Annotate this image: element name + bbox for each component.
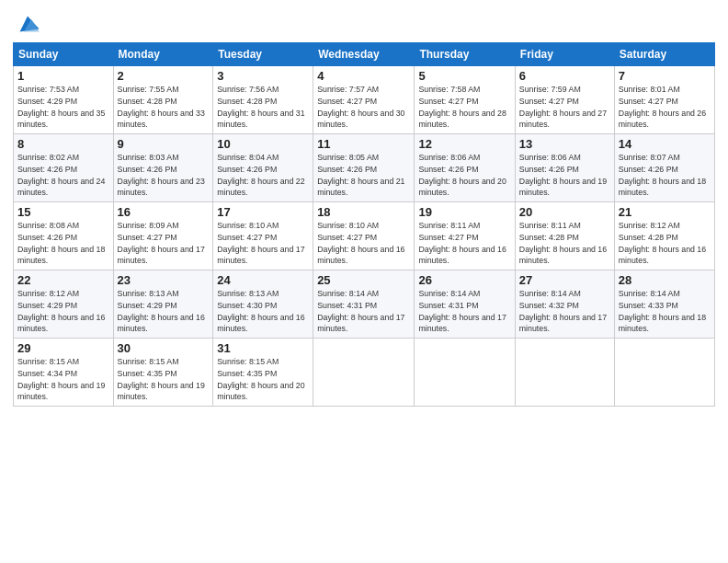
- calendar-cell: 13Sunrise: 8:06 AMSunset: 4:26 PMDayligh…: [515, 134, 614, 202]
- day-number: 7: [619, 69, 711, 83]
- day-info: Sunrise: 8:08 AMSunset: 4:26 PMDaylight:…: [17, 220, 109, 267]
- day-info: Sunrise: 8:14 AMSunset: 4:33 PMDaylight:…: [619, 288, 711, 335]
- calendar-cell: 9Sunrise: 8:03 AMSunset: 4:26 PMDaylight…: [113, 134, 213, 202]
- day-number: 9: [118, 137, 210, 151]
- calendar-cell: 27Sunrise: 8:14 AMSunset: 4:32 PMDayligh…: [515, 270, 614, 339]
- day-number: 21: [619, 205, 711, 219]
- day-number: 31: [217, 341, 309, 355]
- calendar-cell: 15Sunrise: 8:08 AMSunset: 4:26 PMDayligh…: [14, 202, 114, 270]
- day-number: 28: [619, 273, 711, 287]
- day-info: Sunrise: 8:02 AMSunset: 4:26 PMDaylight:…: [17, 152, 109, 199]
- day-number: 2: [118, 69, 210, 83]
- day-info: Sunrise: 7:57 AMSunset: 4:27 PMDaylight:…: [317, 84, 410, 131]
- day-number: 4: [317, 69, 410, 83]
- day-info: Sunrise: 8:14 AMSunset: 4:31 PMDaylight:…: [317, 288, 410, 335]
- calendar-cell: 25Sunrise: 8:14 AMSunset: 4:31 PMDayligh…: [313, 270, 415, 339]
- calendar-header-tuesday: Tuesday: [213, 43, 313, 66]
- day-info: Sunrise: 8:07 AMSunset: 4:26 PMDaylight:…: [619, 152, 711, 199]
- calendar-table: SundayMondayTuesdayWednesdayThursdayFrid…: [13, 42, 715, 407]
- day-number: 24: [217, 273, 309, 287]
- day-info: Sunrise: 8:14 AMSunset: 4:32 PMDaylight:…: [519, 288, 610, 335]
- day-info: Sunrise: 8:05 AMSunset: 4:26 PMDaylight:…: [317, 152, 410, 199]
- page-container: SundayMondayTuesdayWednesdayThursdayFrid…: [0, 0, 728, 412]
- day-info: Sunrise: 8:13 AMSunset: 4:30 PMDaylight:…: [217, 288, 309, 335]
- day-info: Sunrise: 8:01 AMSunset: 4:27 PMDaylight:…: [619, 84, 711, 131]
- day-info: Sunrise: 7:58 AMSunset: 4:27 PMDaylight:…: [418, 84, 510, 131]
- calendar-cell: 8Sunrise: 8:02 AMSunset: 4:26 PMDaylight…: [14, 134, 114, 202]
- day-number: 19: [418, 205, 510, 219]
- calendar-cell: 5Sunrise: 7:58 AMSunset: 4:27 PMDaylight…: [415, 66, 515, 134]
- day-info: Sunrise: 8:14 AMSunset: 4:31 PMDaylight:…: [418, 288, 510, 335]
- day-info: Sunrise: 8:12 AMSunset: 4:29 PMDaylight:…: [17, 288, 109, 335]
- day-number: 8: [17, 137, 109, 151]
- day-info: Sunrise: 8:11 AMSunset: 4:27 PMDaylight:…: [418, 220, 510, 267]
- calendar-cell: 4Sunrise: 7:57 AMSunset: 4:27 PMDaylight…: [313, 66, 415, 134]
- day-number: 23: [118, 273, 210, 287]
- day-number: 27: [519, 273, 610, 287]
- calendar-cell: 16Sunrise: 8:09 AMSunset: 4:27 PMDayligh…: [113, 202, 213, 270]
- day-number: 17: [217, 205, 309, 219]
- day-number: 22: [17, 273, 109, 287]
- day-info: Sunrise: 8:11 AMSunset: 4:28 PMDaylight:…: [519, 220, 610, 267]
- calendar-header-row: SundayMondayTuesdayWednesdayThursdayFrid…: [14, 43, 715, 66]
- calendar-cell: 24Sunrise: 8:13 AMSunset: 4:30 PMDayligh…: [213, 270, 313, 339]
- calendar-cell: 28Sunrise: 8:14 AMSunset: 4:33 PMDayligh…: [614, 270, 714, 339]
- calendar-cell: 20Sunrise: 8:11 AMSunset: 4:28 PMDayligh…: [515, 202, 614, 270]
- day-info: Sunrise: 8:15 AMSunset: 4:35 PMDaylight:…: [118, 356, 210, 403]
- day-info: Sunrise: 8:06 AMSunset: 4:26 PMDaylight:…: [519, 152, 610, 199]
- calendar-header-thursday: Thursday: [415, 43, 515, 66]
- day-number: 6: [519, 69, 610, 83]
- calendar-week-3: 15Sunrise: 8:08 AMSunset: 4:26 PMDayligh…: [14, 202, 715, 270]
- day-number: 18: [317, 205, 410, 219]
- calendar-cell: [614, 339, 714, 407]
- day-number: 3: [217, 69, 309, 83]
- day-number: 30: [118, 341, 210, 355]
- day-info: Sunrise: 8:09 AMSunset: 4:27 PMDaylight:…: [118, 220, 210, 267]
- calendar-cell: 17Sunrise: 8:10 AMSunset: 4:27 PMDayligh…: [213, 202, 313, 270]
- calendar-week-2: 8Sunrise: 8:02 AMSunset: 4:26 PMDaylight…: [14, 134, 715, 202]
- logo-icon: [15, 11, 40, 37]
- day-number: 10: [217, 137, 309, 151]
- calendar-header-sunday: Sunday: [14, 43, 114, 66]
- calendar-cell: 23Sunrise: 8:13 AMSunset: 4:29 PMDayligh…: [113, 270, 213, 339]
- calendar-cell: 1Sunrise: 7:53 AMSunset: 4:29 PMDaylight…: [14, 66, 114, 134]
- day-number: 11: [317, 137, 410, 151]
- day-info: Sunrise: 8:13 AMSunset: 4:29 PMDaylight:…: [118, 288, 210, 335]
- calendar-cell: 3Sunrise: 7:56 AMSunset: 4:28 PMDaylight…: [213, 66, 313, 134]
- day-info: Sunrise: 8:15 AMSunset: 4:35 PMDaylight:…: [217, 356, 309, 403]
- day-info: Sunrise: 8:10 AMSunset: 4:27 PMDaylight:…: [317, 220, 410, 267]
- calendar-cell: 10Sunrise: 8:04 AMSunset: 4:26 PMDayligh…: [213, 134, 313, 202]
- day-number: 29: [17, 341, 109, 355]
- calendar-header-saturday: Saturday: [614, 43, 714, 66]
- calendar-cell: 31Sunrise: 8:15 AMSunset: 4:35 PMDayligh…: [213, 339, 313, 407]
- calendar-cell: 22Sunrise: 8:12 AMSunset: 4:29 PMDayligh…: [14, 270, 114, 339]
- calendar-cell: 6Sunrise: 7:59 AMSunset: 4:27 PMDaylight…: [515, 66, 614, 134]
- logo: [13, 13, 40, 37]
- day-info: Sunrise: 8:06 AMSunset: 4:26 PMDaylight:…: [418, 152, 510, 199]
- calendar-cell: 14Sunrise: 8:07 AMSunset: 4:26 PMDayligh…: [614, 134, 714, 202]
- day-number: 14: [619, 137, 711, 151]
- day-number: 20: [519, 205, 610, 219]
- day-number: 1: [17, 69, 109, 83]
- calendar-header-friday: Friday: [515, 43, 614, 66]
- calendar-cell: 18Sunrise: 8:10 AMSunset: 4:27 PMDayligh…: [313, 202, 415, 270]
- day-number: 12: [418, 137, 510, 151]
- day-number: 26: [418, 273, 510, 287]
- day-info: Sunrise: 8:15 AMSunset: 4:34 PMDaylight:…: [17, 356, 109, 403]
- calendar-cell: [313, 339, 415, 407]
- calendar-cell: 12Sunrise: 8:06 AMSunset: 4:26 PMDayligh…: [415, 134, 515, 202]
- day-number: 13: [519, 137, 610, 151]
- calendar-cell: 19Sunrise: 8:11 AMSunset: 4:27 PMDayligh…: [415, 202, 515, 270]
- calendar-cell: 7Sunrise: 8:01 AMSunset: 4:27 PMDaylight…: [614, 66, 714, 134]
- day-info: Sunrise: 7:59 AMSunset: 4:27 PMDaylight:…: [519, 84, 610, 131]
- calendar-cell: [515, 339, 614, 407]
- calendar-cell: 26Sunrise: 8:14 AMSunset: 4:31 PMDayligh…: [415, 270, 515, 339]
- calendar-cell: 11Sunrise: 8:05 AMSunset: 4:26 PMDayligh…: [313, 134, 415, 202]
- calendar-week-5: 29Sunrise: 8:15 AMSunset: 4:34 PMDayligh…: [14, 339, 715, 407]
- page-header: [13, 9, 715, 37]
- day-number: 16: [118, 205, 210, 219]
- calendar-cell: 2Sunrise: 7:55 AMSunset: 4:28 PMDaylight…: [113, 66, 213, 134]
- day-number: 25: [317, 273, 410, 287]
- calendar-header-wednesday: Wednesday: [313, 43, 415, 66]
- calendar-header-monday: Monday: [113, 43, 213, 66]
